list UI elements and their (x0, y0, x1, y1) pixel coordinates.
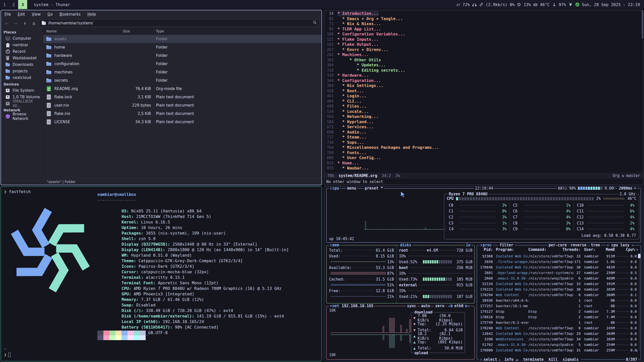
up-button[interactable]: ↑ (21, 20, 29, 27)
process-row[interactable]: 13642 Isolated Web Co /nix/store/sm8fmrf… (479, 331, 637, 336)
menu-button[interactable]: menu (346, 186, 357, 191)
scroll-down-icon[interactable]: ↓ (636, 348, 638, 353)
org-heading-line[interactable]: 344 * Configuration... (324, 78, 643, 83)
org-heading-line[interactable]: 563 * Networking... (324, 114, 643, 119)
select-button[interactable]: select (482, 357, 498, 361)
home-button[interactable]: ⌂ (30, 20, 38, 27)
sidebar-item[interactable]: SMALLBOX Wi... (1, 100, 43, 107)
header-memory[interactable]: MemB (600, 247, 615, 252)
sidebar-item[interactable]: nextcloud (1, 74, 43, 81)
column-header-name[interactable]: Name (43, 29, 121, 33)
org-heading-line[interactable]: 671 * Services... (324, 124, 643, 130)
org-heading-line[interactable]: 316 * Hardware... (324, 73, 643, 78)
org-heading-line[interactable]: 736 * Sops... (324, 140, 643, 145)
file-row[interactable]: configuration Folder (43, 60, 321, 68)
process-row[interactable]: 2601 .Hyprland-wrapp /run/current-system… (479, 270, 637, 276)
sort-next[interactable]: → (631, 243, 634, 247)
interval-decrease[interactable]: - (615, 186, 617, 191)
sync-button[interactable]: sync (406, 304, 417, 308)
cpu-box-title[interactable]: 1cpu (329, 186, 340, 191)
file-row[interactable]: flake.lock 3,1 KiB Plain text document (43, 93, 321, 101)
back-button[interactable]: ← (3, 20, 11, 27)
search-icon[interactable] (313, 21, 317, 26)
updates-ok-icon[interactable] (575, 2, 580, 7)
org-heading-line[interactable]: 855 * Waubar... (324, 166, 643, 171)
file-row[interactable]: secrets Folder (43, 76, 321, 84)
select-up-icon[interactable]: ↑ (480, 357, 482, 361)
column-header-size[interactable]: Size (121, 29, 154, 33)
per-core-toggle[interactable]: per-core (548, 243, 568, 247)
header-threads[interactable]: Threads: (560, 247, 581, 252)
process-row[interactable]: 178294 Web Content /nix/store/sm8fmrf3wp… (479, 292, 637, 298)
tree-toggle[interactable]: tree (590, 243, 601, 247)
clock-date[interactable]: Sun, 28 Sep 2025 - 22:19 (582, 2, 640, 7)
menu-item[interactable]: Go (48, 12, 53, 17)
sidebar-item[interactable]: File System (1, 87, 43, 94)
sidebar-item[interactable]: Computer (1, 35, 43, 42)
sort-prev[interactable]: ← (607, 243, 609, 247)
file-row[interactable]: machines Folder (43, 68, 321, 76)
org-heading-line[interactable]: 121 * Flake Inputs... (324, 37, 643, 42)
process-row[interactable]: 176000 Isolated Web Co /nix/store/sm8fmr… (479, 347, 637, 353)
filter-button[interactable]: filter (499, 243, 514, 247)
org-heading-line[interactable]: 267 * Envrc + Direnv... (324, 47, 643, 53)
headphones-icon[interactable] (472, 2, 477, 7)
org-heading-line[interactable]: 304 * Updates... (324, 63, 643, 68)
sort-column-switcher[interactable]: ←cpu lazy→ (606, 243, 635, 247)
preset-button[interactable]: preset * (364, 186, 384, 191)
org-heading-line[interactable]: 461 * Login... (324, 94, 643, 99)
net-box-title[interactable]: 3net192.168.10.165 (329, 304, 375, 308)
emacs-scrollbar[interactable] (642, 10, 643, 38)
org-heading-line[interactable]: 162 * Flake Output... (324, 42, 643, 47)
file-row[interactable]: LICENSE 34,3 KiB Plain text document (43, 118, 321, 126)
process-row[interactable]: 52368 Isolated Web Co /nix/store/sm8fmrf… (479, 253, 637, 259)
auto-button[interactable]: auto (420, 304, 431, 308)
org-heading-line[interactable]: 310 * Editing secrets... (324, 68, 643, 73)
network-link-icon[interactable] (479, 2, 484, 7)
terminate-button[interactable]: terminate (522, 357, 545, 361)
io-mode-button[interactable]: io (465, 243, 471, 247)
interval-increase[interactable]: + (634, 186, 636, 191)
process-row[interactable]: 176646 Isolated Web Co /nix/store/sm8fmr… (479, 264, 637, 270)
zero-button[interactable]: zero (434, 304, 445, 308)
org-heading-line[interactable]: 764 * Miscellaneous Packages and Program… (324, 145, 643, 150)
file-row[interactable]: user.nix 229 bytes Plain text document (43, 101, 321, 109)
iface-next[interactable]: n→ (465, 304, 469, 308)
process-row[interactable]: 3390 WebExtensions /nix/store/sm8fmrf3wp… (479, 336, 637, 342)
process-row[interactable]: 2658 .firefox-wrappe /nix/store/sm8fmrf3… (479, 259, 637, 264)
org-heading-line[interactable]: 717 * Steam... (324, 135, 643, 140)
header-cpu[interactable]: Cpu% (619, 247, 635, 252)
menu-item[interactable]: File (5, 12, 11, 17)
proc-box-title[interactable]: 4proc (479, 243, 493, 247)
workspace-button[interactable]: 2 (9, 0, 18, 9)
menu-item[interactable]: Help (87, 12, 96, 17)
process-row[interactable]: 176223 Isolated Web Co /nix/store/sm8fmr… (479, 287, 637, 292)
org-heading-line[interactable]: 809 * User Config... (324, 155, 643, 161)
menu-item[interactable]: Edit (18, 12, 25, 17)
iface-prev[interactable]: ←b (448, 304, 453, 308)
header-pid[interactable]: Pid: (479, 247, 493, 252)
org-heading-line[interactable]: 428 * Boot... (324, 88, 643, 94)
process-row[interactable]: 177257 kworker/10:1-mm_ 1 root 0B 0.0 (479, 303, 637, 309)
process-row[interactable]: 175749 kworker/6:2-even 1 root 0B 0.0 (479, 320, 637, 325)
info-button[interactable]: info ↵ (503, 357, 519, 361)
sidebar-item[interactable]: projects (1, 68, 43, 74)
header-program[interactable]: Program: (496, 247, 514, 252)
org-heading-line[interactable]: 584 * Hyprland... (324, 119, 643, 125)
reverse-toggle[interactable]: reverse (570, 243, 587, 247)
kill-button[interactable]: kill (547, 357, 559, 361)
process-row[interactable]: 178248 Web Content /nix/store/sm8fmrf3wp… (479, 325, 637, 331)
file-row[interactable]: assets Folder (43, 35, 321, 43)
org-heading-line[interactable]: 384 * Nix Settings... (324, 83, 643, 88)
header-command[interactable]: Command: (528, 247, 546, 252)
org-heading-line[interactable]: 34 * Introduction... (324, 11, 643, 16)
process-row[interactable]: 51762 .emacs-31.0.50- /nix/store/wnqz5pa… (479, 342, 637, 347)
org-heading-line[interactable]: 71 * Nix & Nixos... (324, 21, 643, 27)
file-row[interactable]: flake.nix 2,5 KiB Plain text document (43, 109, 321, 118)
mem-box-title[interactable]: 2mem (329, 243, 340, 247)
process-scrollbar[interactable] (639, 253, 640, 351)
org-heading-line[interactable]: 499 * Files... (324, 104, 643, 109)
menu-item[interactable]: Bookmarks (60, 12, 81, 17)
interface-switcher[interactable]: ←beth0n→ (447, 304, 470, 308)
process-row[interactable]: 52134 Isolated Web Co /nix/store/sm8fmrf… (479, 281, 637, 287)
